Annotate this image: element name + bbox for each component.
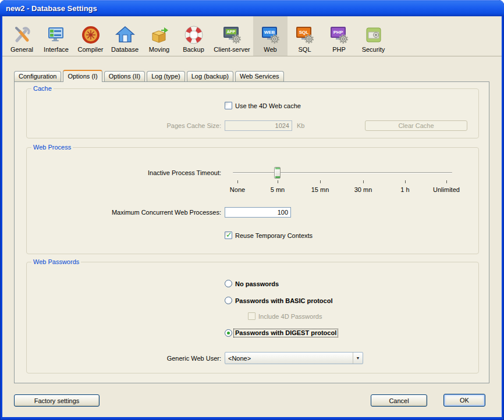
web-icon: WEB — [261, 25, 281, 45]
toolbar-label: Interface — [44, 46, 69, 53]
sql-icon: SQL — [295, 25, 315, 45]
slider-tick-label: 15 mn — [300, 186, 340, 193]
toolbar-label: Web — [264, 46, 276, 53]
toolbar-item-compiler[interactable]: Compiler — [73, 16, 108, 56]
tab-web-services[interactable]: Web Services — [235, 71, 284, 81]
window-title: new2 - Database Settings — [6, 4, 97, 13]
use-web-cache-checkbox[interactable] — [225, 102, 232, 109]
tab-log-type[interactable]: Log (type) — [147, 71, 185, 81]
toolbar-item-security[interactable]: Security — [356, 16, 391, 56]
generic-web-user-select[interactable]: <None> ▼ — [225, 352, 363, 364]
toolbar-label: Backup — [183, 46, 204, 53]
moving-icon — [150, 25, 169, 45]
interface-icon — [47, 25, 66, 45]
svg-text:WEB: WEB — [264, 30, 275, 35]
clear-cache-button[interactable]: Clear Cache — [365, 120, 467, 131]
toolbar-label: General — [10, 46, 33, 53]
basic-protocol-label: Passwords with BASIC protocol — [235, 297, 332, 305]
toolbar-item-general[interactable]: General — [5, 16, 39, 56]
max-concurrent-label: Maximum Concurrent Web Processes: — [87, 209, 221, 216]
slider-tick — [446, 180, 447, 183]
toolbar-item-database[interactable]: Database — [108, 16, 142, 56]
slider-tick-label: 30 mn — [343, 186, 384, 193]
svg-text:SQL: SQL — [299, 30, 308, 35]
security-icon — [364, 25, 384, 45]
generic-web-user-label: Generic Web User: — [105, 355, 221, 362]
slider-tick — [363, 180, 364, 183]
web-process-group: Web Process Inactive Process Timeout: No… — [26, 147, 479, 254]
ok-button[interactable]: OK — [443, 394, 485, 407]
toolbar-label: Compiler — [77, 46, 103, 53]
cache-size-unit-label: Kb — [297, 122, 304, 130]
backup-icon — [184, 25, 204, 45]
include-4d-passwords-checkbox[interactable] — [248, 312, 255, 320]
slider-tick-label: None — [217, 186, 258, 193]
database-icon — [115, 25, 135, 45]
slider-tick — [278, 180, 278, 183]
digest-protocol-radio[interactable] — [225, 329, 232, 337]
pages-cache-size-input[interactable] — [225, 120, 292, 131]
tab-configuration[interactable]: Configuration — [14, 71, 61, 81]
tab-options-1[interactable]: Options (I) — [63, 70, 102, 82]
basic-protocol-radio[interactable] — [225, 297, 232, 304]
factory-settings-button[interactable]: Factory settings — [14, 394, 100, 407]
toolbar-item-client-server[interactable]: APP Client-server — [211, 16, 253, 56]
toolbar-item-php[interactable]: PHP PHP — [322, 16, 356, 56]
web-passwords-group-label: Web Passwords — [31, 258, 81, 266]
max-concurrent-input[interactable] — [225, 207, 291, 218]
slider-tick — [237, 180, 238, 183]
toolbar-label: Client-server — [214, 46, 250, 53]
toolbar-item-sql[interactable]: SQL SQL — [288, 16, 322, 56]
web-process-group-label: Web Process — [31, 144, 73, 151]
use-web-cache-label: Use the 4D Web cache — [235, 102, 301, 110]
client-server-icon: APP — [222, 25, 242, 45]
compiler-icon — [81, 25, 101, 45]
slider-tick-label: Unlimited — [426, 186, 467, 193]
web-passwords-group: Web Passwords No passwords Passwords wit… — [26, 262, 479, 373]
toolbar-item-interface[interactable]: Interface — [39, 16, 73, 56]
slider-tick — [405, 180, 406, 183]
options-1-panel: Cache Use the 4D Web cache Pages Cache S… — [14, 81, 489, 383]
php-icon: PHP — [329, 25, 349, 45]
toolbar-label: SQL — [298, 46, 311, 53]
generic-web-user-value: <None> — [225, 355, 353, 362]
toolbar-item-web[interactable]: WEB Web — [253, 16, 288, 56]
inactive-timeout-slider[interactable] — [233, 172, 452, 173]
settings-toolbar: General Interface — [2, 16, 502, 56]
include-4d-passwords-label: Include 4D Passwords — [258, 313, 322, 321]
cancel-button[interactable]: Cancel — [371, 394, 427, 407]
titlebar[interactable]: new2 - Database Settings — [0, 0, 504, 16]
database-settings-window: new2 - Database Settings General — [0, 0, 504, 420]
digest-protocol-label: Passwords with DIGEST protocol — [233, 329, 338, 337]
cache-group-label: Cache — [31, 85, 54, 92]
toolbar-label: Moving — [149, 46, 169, 53]
slider-tick-label: 1 h — [385, 186, 425, 193]
toolbar-label: PHP — [332, 46, 346, 53]
tab-strip: Configuration Options (I) Options (II) L… — [14, 69, 286, 81]
toolbar-label: Database — [111, 46, 139, 53]
general-icon — [12, 25, 32, 45]
dialog-body: General Interface — [2, 16, 502, 417]
slider-tick-label: 5 mn — [257, 186, 298, 193]
no-passwords-label: No passwords — [235, 280, 279, 288]
pages-cache-size-label: Pages Cache Size: — [105, 122, 221, 130]
no-passwords-radio[interactable] — [225, 280, 232, 287]
reuse-contexts-label: Reuse Temporary Contexts — [235, 232, 313, 240]
reuse-contexts-checkbox[interactable] — [225, 232, 232, 239]
toolbar-item-backup[interactable]: Backup — [176, 16, 211, 56]
svg-text:PHP: PHP — [333, 30, 343, 35]
cache-group: Cache Use the 4D Web cache Pages Cache S… — [26, 88, 479, 138]
toolbar-item-moving[interactable]: Moving — [142, 16, 176, 56]
toolbar-label: Security — [362, 46, 385, 53]
tab-log-backup[interactable]: Log (backup) — [187, 71, 233, 81]
tab-options-2[interactable]: Options (II) — [104, 71, 145, 81]
slider-thumb[interactable] — [274, 167, 281, 179]
svg-text:APP: APP — [226, 30, 235, 34]
slider-tick — [320, 180, 321, 183]
chevron-down-icon[interactable]: ▼ — [353, 353, 363, 364]
inactive-timeout-label: Inactive Process Timeout: — [105, 169, 221, 177]
